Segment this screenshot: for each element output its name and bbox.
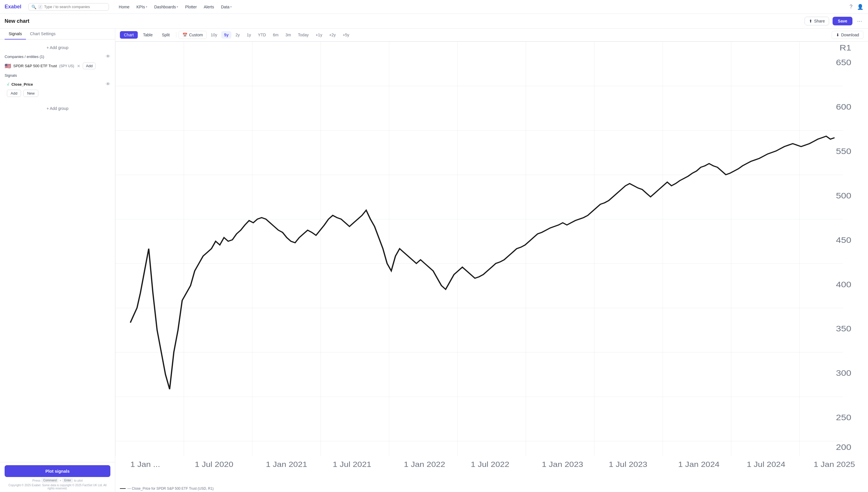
download-button[interactable]: ⬇ Download <box>832 31 863 39</box>
remove-company-button[interactable]: ✕ <box>77 64 80 68</box>
legend-text: — Close_Price for SPDR S&P 500 ETF Trust… <box>127 487 214 491</box>
add-group-top-button[interactable]: + Add group <box>0 43 115 52</box>
new-signal-button[interactable]: New <box>23 90 38 97</box>
svg-text:1 Jan 2021: 1 Jan 2021 <box>266 460 307 468</box>
time-2y-button[interactable]: 2y <box>233 31 243 39</box>
svg-text:300: 300 <box>836 369 851 377</box>
svg-text:500: 500 <box>836 191 851 200</box>
app-logo[interactable]: Exabel <box>5 4 21 10</box>
enter-key: Enter <box>62 478 73 483</box>
chart-toolbar: Chart Table Split 📅 Custom 10y 5y 2y 1y … <box>115 28 868 42</box>
time-plus1y-button[interactable]: +1y <box>313 31 325 39</box>
copyright-text: Copyright © 2025 Exabel. Some data is co… <box>5 484 110 490</box>
svg-text:350: 350 <box>836 324 851 333</box>
companies-section-header: Companies / entities (1) 👁 <box>0 52 115 61</box>
page-header: New chart ⬆ Share Save ⋯ <box>0 14 868 28</box>
share-button[interactable]: ⬆ Share <box>805 17 829 25</box>
nav-right: ? 👤 <box>849 4 863 10</box>
time-3m-button[interactable]: 3m <box>283 31 294 39</box>
help-icon[interactable]: ? <box>849 4 852 10</box>
calendar-icon: 📅 <box>182 32 187 37</box>
svg-rect-0 <box>115 42 843 456</box>
legend-line <box>120 488 126 489</box>
time-plus2y-button[interactable]: +2y <box>326 31 339 39</box>
shortcut-hint: Press Command + Enter to plot <box>32 478 83 483</box>
page-title: New chart <box>5 18 801 24</box>
svg-text:1 Jul 2024: 1 Jul 2024 <box>747 460 785 468</box>
signal-visibility-toggle[interactable]: 👁 <box>106 82 110 87</box>
chart-tab-table[interactable]: Table <box>139 31 156 39</box>
time-1y-button[interactable]: 1y <box>244 31 254 39</box>
nav-links: Home KPIs ▾ Dashboards ▾ Plotter Alerts … <box>116 3 235 11</box>
chart-legend: — Close_Price for SPDR S&P 500 ETF Trust… <box>115 485 868 492</box>
chart-svg: R1 650 600 550 500 450 400 350 300 250 2… <box>115 42 868 485</box>
nav-dashboards[interactable]: Dashboards ▾ <box>151 3 181 11</box>
svg-text:1 Jul 2021: 1 Jul 2021 <box>333 460 371 468</box>
main-layout: Signals Chart Settings + Add group Compa… <box>0 28 868 492</box>
time-10y-button[interactable]: 10y <box>208 31 220 39</box>
chart-tab-chart[interactable]: Chart <box>120 31 138 39</box>
svg-text:R1: R1 <box>839 43 851 52</box>
company-name: SPDR S&P 500 ETF Trust <box>13 64 57 68</box>
top-navigation: Exabel 🔍 / Home KPIs ▾ Dashboards ▾ Plot… <box>0 0 868 14</box>
company-ticker: (SPY US) <box>59 64 74 68</box>
nav-alerts[interactable]: Alerts <box>201 3 217 11</box>
user-icon[interactable]: 👤 <box>857 4 863 10</box>
svg-text:600: 600 <box>836 102 851 111</box>
signals-section-label: Signals <box>0 71 115 80</box>
signal-name: Close_Price <box>11 82 103 87</box>
bottom-bar: Plot signals Press Command + Enter to pl… <box>0 462 115 492</box>
time-5y-button[interactable]: 5y <box>221 31 232 39</box>
left-panel: Signals Chart Settings + Add group Compa… <box>0 28 115 492</box>
signal-row: √ Close_Price 👁 <box>0 80 115 89</box>
add-company-button[interactable]: Add <box>83 63 96 69</box>
search-icon: 🔍 <box>31 5 36 9</box>
time-plus5y-button[interactable]: +5y <box>340 31 352 39</box>
svg-text:1 Jan 2024: 1 Jan 2024 <box>678 460 719 468</box>
signal-wave-icon: √ <box>7 82 9 87</box>
download-icon: ⬇ <box>836 32 839 37</box>
chart-tab-split[interactable]: Split <box>158 31 174 39</box>
nav-home[interactable]: Home <box>116 3 132 11</box>
svg-text:450: 450 <box>836 235 851 244</box>
chart-area: R1 650 600 550 500 450 400 350 300 250 2… <box>115 42 868 485</box>
svg-text:1 Jan 2022: 1 Jan 2022 <box>404 460 445 468</box>
company-flag: 🇺🇸 <box>5 63 11 69</box>
svg-text:1 Jul 2023: 1 Jul 2023 <box>609 460 647 468</box>
companies-visibility-toggle[interactable]: 👁 <box>106 54 110 59</box>
plot-signals-button[interactable]: Plot signals <box>5 465 110 477</box>
time-ytd-button[interactable]: YTD <box>255 31 269 39</box>
custom-date-button[interactable]: 📅 Custom <box>179 31 207 39</box>
nav-plotter[interactable]: Plotter <box>182 3 200 11</box>
more-options-icon[interactable]: ⋯ <box>856 18 863 24</box>
nav-data[interactable]: Data ▾ <box>218 3 235 11</box>
svg-text:250: 250 <box>836 413 851 422</box>
command-key: Command <box>42 478 58 483</box>
svg-text:650: 650 <box>836 58 851 67</box>
time-today-button[interactable]: Today <box>295 31 312 39</box>
svg-text:400: 400 <box>836 280 851 289</box>
tab-chart-settings[interactable]: Chart Settings <box>26 28 60 40</box>
svg-text:1 Jan 2023: 1 Jan 2023 <box>542 460 583 468</box>
add-signal-button[interactable]: Add <box>7 90 21 97</box>
svg-text:1 Jul 2022: 1 Jul 2022 <box>471 460 509 468</box>
svg-text:550: 550 <box>836 147 851 156</box>
svg-text:1 Jan ...: 1 Jan ... <box>130 460 160 468</box>
companies-section-title: Companies / entities (1) <box>5 54 103 59</box>
tab-signals[interactable]: Signals <box>5 28 26 40</box>
share-icon: ⬆ <box>809 19 812 23</box>
add-group-bottom-button[interactable]: + Add group <box>0 104 115 113</box>
nav-kpis[interactable]: KPIs ▾ <box>133 3 150 11</box>
signal-buttons: Add New <box>0 89 115 99</box>
svg-text:1 Jan 2025: 1 Jan 2025 <box>814 460 855 468</box>
time-6m-button[interactable]: 6m <box>270 31 281 39</box>
left-content: + Add group Companies / entities (1) 👁 🇺… <box>0 40 115 462</box>
company-row: 🇺🇸 SPDR S&P 500 ETF Trust (SPY US) ✕ Add <box>0 61 115 71</box>
search-bar[interactable]: 🔍 / <box>28 3 109 11</box>
save-button[interactable]: Save <box>833 17 852 25</box>
slash-badge: / <box>38 5 42 9</box>
search-input[interactable] <box>44 5 106 9</box>
svg-text:200: 200 <box>836 443 851 452</box>
tabs-bar: Signals Chart Settings <box>0 28 115 40</box>
svg-text:1 Jul 2020: 1 Jul 2020 <box>195 460 233 468</box>
